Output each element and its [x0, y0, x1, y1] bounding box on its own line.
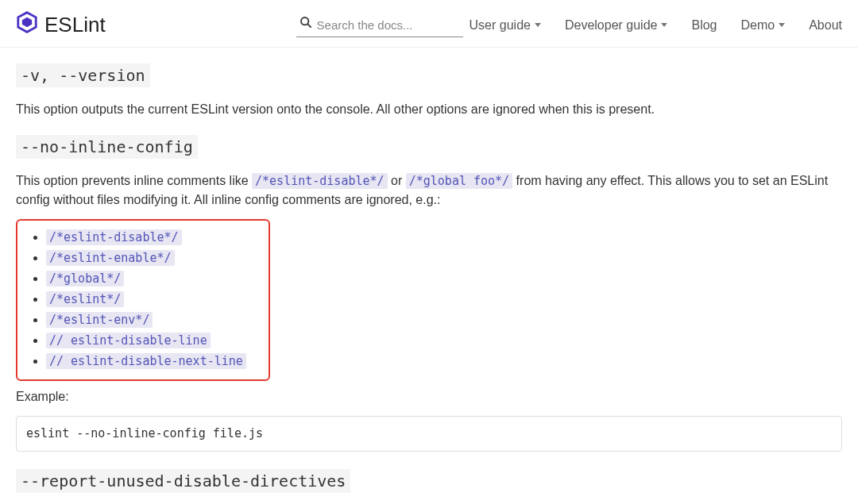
nav-developer-guide[interactable]: Developer guide	[565, 16, 668, 35]
example-codeblock: eslint --no-inline-config file.js	[16, 416, 842, 452]
nav-link-label: User guide	[470, 16, 531, 35]
nav-user-guide[interactable]: User guide	[470, 16, 541, 35]
inline-code: /*global*/	[46, 271, 124, 287]
text: This option prevents inline comments lik…	[16, 174, 252, 187]
svg-marker-1	[22, 17, 32, 27]
inline-code: /*eslint*/	[46, 291, 124, 307]
list-item: /*eslint-env*/	[46, 310, 267, 330]
no-inline-description: This option prevents inline comments lik…	[16, 171, 842, 210]
chevron-down-icon	[779, 23, 785, 27]
inline-code: /*eslint-disable*/	[252, 173, 388, 189]
chevron-down-icon	[661, 23, 667, 27]
inline-code: /*eslint-env*/	[46, 312, 153, 328]
text: or	[391, 174, 406, 187]
highlighted-list-box: /*eslint-disable*/ /*eslint-enable*/ /*g…	[16, 219, 270, 381]
list-item: /*global*/	[46, 268, 267, 289]
list-item: /*eslint-enable*/	[46, 248, 267, 268]
nav-about[interactable]: About	[809, 16, 842, 35]
heading-no-inline-config: --no-inline-config	[16, 135, 198, 159]
inline-code: // eslint-disable-next-line	[46, 353, 246, 369]
nav-demo[interactable]: Demo	[741, 16, 786, 35]
brand-text: ESLint	[44, 10, 106, 40]
version-description: This option outputs the current ESLint v…	[16, 100, 842, 119]
example-label: Example:	[16, 387, 842, 406]
list-item: /*eslint*/	[46, 289, 267, 310]
svg-line-3	[307, 24, 311, 28]
nav-right: User guide Developer guide Blog Demo Abo…	[470, 16, 842, 35]
chevron-down-icon	[535, 23, 541, 27]
heading-report-unused: --report-unused-disable-directives	[16, 469, 350, 493]
nav-blog[interactable]: Blog	[691, 16, 717, 35]
main-content: -v, --version This option outputs the cu…	[0, 48, 858, 504]
brand-link[interactable]: ESLint	[16, 10, 106, 40]
search-icon	[300, 15, 312, 34]
eslint-logo-icon	[16, 11, 38, 39]
list-item: /*eslint-disable*/	[46, 227, 267, 248]
navbar: ESLint User guide Developer guide Blog D…	[0, 0, 858, 48]
nav-link-label: Developer guide	[565, 16, 658, 35]
nav-link-label: Demo	[741, 16, 775, 35]
inline-code: /*eslint-enable*/	[46, 250, 175, 266]
config-comment-list: /*eslint-disable*/ /*eslint-enable*/ /*g…	[21, 227, 267, 371]
search-container[interactable]	[296, 13, 463, 37]
list-item: // eslint-disable-line	[46, 330, 267, 351]
list-item: // eslint-disable-next-line	[46, 351, 267, 371]
search-input[interactable]	[312, 15, 460, 35]
inline-code: /*eslint-disable*/	[46, 229, 182, 245]
svg-point-2	[301, 17, 308, 25]
inline-code: // eslint-disable-line	[46, 333, 211, 348]
heading-version: -v, --version	[16, 63, 150, 87]
inline-code: /*global foo*/	[406, 173, 512, 189]
